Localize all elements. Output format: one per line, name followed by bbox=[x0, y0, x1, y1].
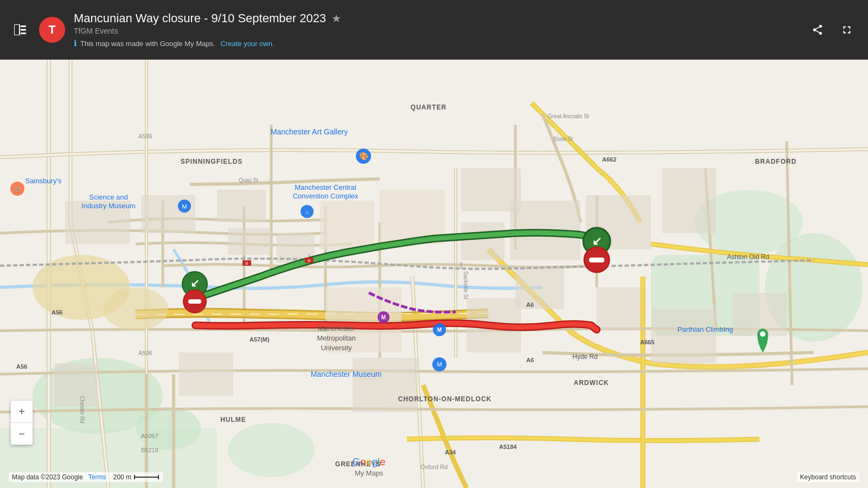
svg-text:A56: A56 bbox=[52, 309, 62, 316]
share-button[interactable] bbox=[807, 20, 828, 40]
svg-point-92 bbox=[760, 331, 765, 337]
svg-rect-0 bbox=[14, 24, 20, 35]
zoom-out-button[interactable]: − bbox=[11, 423, 33, 445]
svg-rect-1 bbox=[21, 25, 26, 27]
svg-text:↙: ↙ bbox=[190, 277, 200, 289]
keyboard-shortcuts-button[interactable]: Keyboard shortcuts bbox=[797, 472, 859, 482]
terms-link[interactable]: Terms bbox=[88, 473, 106, 481]
svg-text:Chester Rd: Chester Rd bbox=[79, 396, 85, 423]
svg-text:Sackville St: Sackville St bbox=[463, 271, 469, 299]
svg-text:A57(M): A57(M) bbox=[250, 336, 270, 343]
svg-text:M: M bbox=[381, 314, 386, 320]
svg-text:Store St: Store St bbox=[553, 136, 573, 142]
svg-rect-32 bbox=[461, 222, 505, 260]
map-title-text: Mancunian Way closure - 9/10 September 2… bbox=[74, 11, 326, 25]
svg-text:≡: ≡ bbox=[308, 258, 311, 264]
svg-text:🛒: 🛒 bbox=[13, 184, 22, 194]
svg-rect-41 bbox=[651, 309, 716, 363]
svg-text:M: M bbox=[437, 361, 442, 368]
svg-rect-26 bbox=[217, 190, 266, 222]
svg-rect-43 bbox=[54, 363, 98, 407]
svg-text:A34: A34 bbox=[445, 449, 456, 455]
svg-text:Manchester Museum: Manchester Museum bbox=[311, 370, 382, 378]
fullscreen-button[interactable] bbox=[837, 20, 857, 40]
title-block: Mancunian Way closure - 9/10 September 2… bbox=[74, 11, 799, 48]
avatar: T bbox=[39, 17, 65, 43]
zoom-in-button[interactable]: + bbox=[11, 401, 33, 422]
svg-text:🎨: 🎨 bbox=[359, 152, 369, 161]
svg-point-23 bbox=[103, 287, 168, 331]
svg-rect-40 bbox=[597, 287, 640, 331]
svg-text:Metropolitan: Metropolitan bbox=[317, 334, 356, 342]
map-data-info: Map data ©2023 Google Terms 200 m bbox=[9, 472, 163, 482]
svg-text:A6: A6 bbox=[526, 357, 534, 363]
svg-text:M: M bbox=[437, 327, 442, 333]
map-data-text: Map data ©2023 Google bbox=[12, 473, 83, 481]
svg-text:Ashton Old Rd: Ashton Old Rd bbox=[727, 253, 769, 261]
svg-text:Manchester Art Gallery: Manchester Art Gallery bbox=[271, 127, 348, 136]
svg-text:Industry Museum: Industry Museum bbox=[81, 202, 136, 210]
svg-rect-36 bbox=[326, 287, 401, 352]
svg-text:B5218: B5218 bbox=[141, 447, 158, 453]
svg-text:University: University bbox=[321, 344, 352, 352]
svg-text:Parthian Climbing: Parthian Climbing bbox=[678, 325, 733, 333]
svg-rect-35 bbox=[662, 168, 716, 233]
svg-rect-39 bbox=[515, 266, 564, 309]
svg-text:A662: A662 bbox=[602, 156, 616, 163]
svg-text:≡: ≡ bbox=[245, 260, 248, 266]
svg-text:HULME: HULME bbox=[220, 416, 246, 423]
scale-text: 200 m bbox=[113, 473, 131, 481]
svg-text:A5067: A5067 bbox=[141, 433, 158, 439]
svg-rect-55 bbox=[188, 299, 201, 304]
svg-text:Hyde Rd: Hyde Rd bbox=[572, 353, 598, 361]
map-subtitle: TfGM Events bbox=[74, 27, 799, 35]
svg-rect-29 bbox=[320, 201, 374, 249]
svg-text:Manchester: Manchester bbox=[318, 324, 355, 332]
zoom-controls: + − bbox=[11, 401, 33, 445]
svg-text:Quay St: Quay St bbox=[239, 177, 258, 183]
scale-indicator: 200 m bbox=[113, 473, 159, 481]
svg-text:Google: Google bbox=[352, 456, 385, 467]
bottom-bar: Map data ©2023 Google Terms 200 m Keyboa… bbox=[0, 466, 868, 488]
svg-text:BRADFORD: BRADFORD bbox=[755, 158, 797, 165]
svg-text:A665: A665 bbox=[640, 339, 654, 345]
svg-text:A56: A56 bbox=[16, 363, 27, 370]
map-title: Mancunian Way closure - 9/10 September 2… bbox=[74, 11, 799, 25]
svg-text:A506: A506 bbox=[138, 350, 152, 356]
svg-text:Convention Complex: Convention Complex bbox=[293, 192, 359, 200]
svg-text:A6: A6 bbox=[526, 301, 534, 308]
info-icon: ℹ bbox=[74, 38, 77, 48]
svg-text:A5184: A5184 bbox=[499, 444, 517, 450]
svg-text:⌂: ⌂ bbox=[305, 209, 309, 215]
svg-text:↙: ↙ bbox=[592, 234, 602, 248]
sidebar-toggle-button[interactable] bbox=[11, 20, 30, 40]
svg-text:Manchester Central: Manchester Central bbox=[295, 183, 356, 191]
star-icon[interactable]: ★ bbox=[331, 12, 341, 25]
svg-text:A506: A506 bbox=[138, 133, 152, 139]
svg-rect-37 bbox=[353, 358, 418, 412]
svg-text:Science and: Science and bbox=[89, 193, 128, 201]
svg-rect-59 bbox=[589, 258, 604, 262]
svg-text:QUARTER: QUARTER bbox=[411, 104, 446, 111]
svg-text:Sainsbury's: Sainsbury's bbox=[25, 177, 62, 185]
svg-rect-44 bbox=[179, 352, 233, 396]
info-text: This map was made with Google My Maps. bbox=[80, 40, 215, 48]
svg-text:Great Ancoats St: Great Ancoats St bbox=[548, 113, 589, 119]
svg-rect-2 bbox=[21, 29, 26, 31]
svg-text:M: M bbox=[182, 203, 187, 210]
create-own-link[interactable]: Create your own. bbox=[221, 40, 275, 48]
svg-rect-27 bbox=[228, 228, 271, 255]
svg-text:ARDWICK: ARDWICK bbox=[574, 379, 609, 387]
map-container[interactable]: ≡ ≡ ↙ ↙ Manchester Art Gallery bbox=[0, 60, 868, 488]
svg-text:CHORLTON-ON-MEDLOCK: CHORLTON-ON-MEDLOCK bbox=[398, 395, 492, 403]
header: T Mancunian Way closure - 9/10 September… bbox=[0, 0, 868, 60]
svg-rect-3 bbox=[21, 33, 26, 34]
svg-text:SPINNINGFIELDS: SPINNINGFIELDS bbox=[181, 158, 243, 165]
